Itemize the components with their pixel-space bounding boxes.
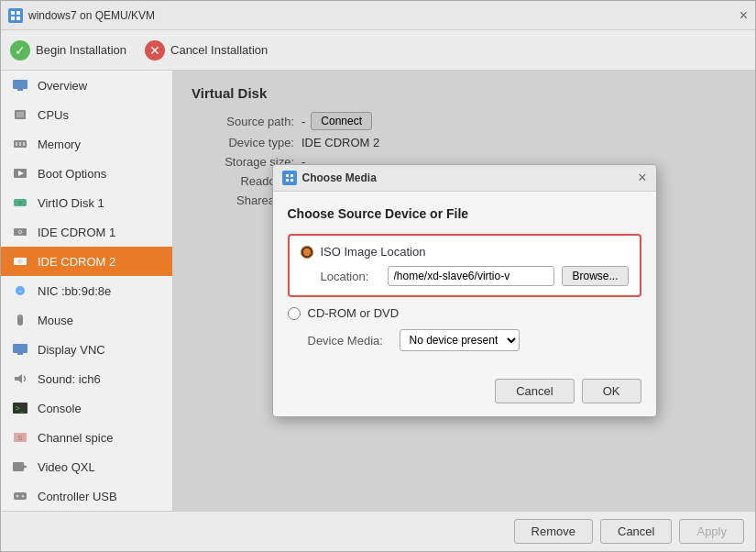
display-icon [10,339,30,359]
sidebar-item-cpus[interactable]: CPUs [1,100,172,129]
svg-rect-5 [17,89,23,91]
cancel-installation-button[interactable]: ✕ Cancel Installation [145,40,268,61]
sidebar-item-memory[interactable]: Memory [1,129,172,159]
memory-icon [10,134,30,154]
sidebar-item-label: Console [38,402,82,415]
location-input[interactable] [388,266,555,286]
sidebar-item-ide-cdrom-2[interactable]: IDE CDROM 2 [1,247,172,276]
sidebar-item-ide-cdrom-1[interactable]: IDE CDROM 1 [1,217,172,247]
svg-marker-28 [15,374,22,383]
dialog-ok-button[interactable]: OK [582,379,641,403]
device-media-label: Device Media: [308,334,390,348]
sidebar-items: Overview CPUs Memory [1,71,172,511]
begin-installation-button[interactable]: ✓ Begin Installation [10,40,126,61]
cdrom-icon [10,222,30,242]
sidebar-item-label: Boot Options [38,167,106,181]
svg-rect-44 [286,179,289,182]
window-title: windows7 on QEMU/KVM [28,9,155,22]
app-icon [8,8,23,23]
iso-option-box: ISO Image Location Location: Browse... [288,234,641,297]
cancel-button[interactable]: Cancel [600,519,672,544]
sidebar-item-controller-usb[interactable]: Controller USB [1,481,172,511]
sidebar-item-label: Memory [38,138,81,151]
sidebar-item-console[interactable]: >_ Console [1,393,172,423]
cdrom-radio-button[interactable] [288,307,301,320]
svg-text:>_: >_ [16,404,25,413]
main-window: windows7 on QEMU/KVM × ✓ Begin Installat… [0,0,756,552]
modal-backdrop: Choose Media × Choose Source Device or F… [173,71,755,511]
svg-rect-33 [13,462,24,471]
svg-rect-26 [13,344,27,353]
choose-media-dialog: Choose Media × Choose Source Device or F… [272,164,657,417]
dialog-cancel-button[interactable]: Cancel [495,379,574,403]
browse-button[interactable]: Browse... [562,266,628,286]
location-label: Location: [321,270,380,283]
sidebar-item-label: IDE CDROM 2 [38,255,115,269]
sidebar-item-label: Display VNC [38,343,105,357]
sidebar-item-label: Controller USB [38,490,117,503]
sidebar-item-nic[interactable]: ≈ NIC :bb:9d:8e [1,276,172,305]
sidebar-item-channel-spice[interactable]: S Channel spice [1,423,172,452]
window-close-button[interactable]: × [740,8,748,23]
boot-icon [10,163,30,183]
main-panel: Virtual Disk Source path: - Connect Devi… [173,71,755,511]
cdrom-radio-label: CD-ROM or DVD [308,306,400,320]
title-bar-left: windows7 on QEMU/KVM [8,8,155,23]
cpu-icon [10,105,30,125]
svg-point-18 [19,231,21,233]
cancel-installation-label: Cancel Installation [170,43,268,57]
svg-point-36 [16,495,19,498]
device-media-select[interactable]: No device present [400,329,520,351]
sidebar-item-video-qxl[interactable]: Video QXL [1,452,172,481]
console-icon: >_ [10,398,30,418]
cancel-icon: ✕ [145,40,165,61]
dialog-body: Choose Source Device or File ISO Image L… [273,192,656,370]
disk-icon [10,193,30,213]
iso-radio-label: ISO Image Location [321,245,426,259]
svg-rect-27 [17,353,23,355]
nic-icon: ≈ [10,281,30,301]
cdrom2-icon [10,251,30,271]
remove-button[interactable]: Remove [514,519,593,544]
toolbar: ✓ Begin Installation ✕ Cancel Installati… [1,30,755,71]
svg-rect-10 [19,142,21,146]
sidebar-item-boot-options[interactable]: Boot Options [1,159,172,188]
sidebar-item-display-vnc[interactable]: Display VNC [1,335,172,364]
svg-rect-7 [16,112,24,117]
controller-icon [10,486,30,506]
svg-rect-45 [290,179,293,182]
sidebar: Overview CPUs Memory [1,71,173,511]
monitor-icon [10,75,30,95]
sidebar-item-sound[interactable]: Sound: ich6 [1,364,172,393]
svg-rect-1 [16,11,20,15]
check-icon: ✓ [10,40,30,61]
apply-button[interactable]: Apply [679,519,744,544]
sound-icon [10,369,30,389]
sidebar-item-label: Mouse [38,314,73,327]
begin-installation-label: Begin Installation [36,43,126,57]
bottom-bar: Remove Cancel Apply [1,511,755,551]
dialog-footer: Cancel OK [273,370,656,416]
title-bar: windows7 on QEMU/KVM × [1,1,755,30]
svg-rect-4 [13,80,27,89]
sidebar-item-virtio-disk[interactable]: VirtIO Disk 1 [1,188,172,217]
location-row: Location: Browse... [321,266,629,286]
sidebar-item-label: Sound: ich6 [38,372,101,386]
sidebar-item-label: Video QXL [38,460,95,474]
dialog-app-icon [282,171,297,185]
device-media-row: Device Media: No device present [308,329,641,351]
dialog-title-text: Choose Media [302,171,377,184]
sidebar-item-label: Channel spice [38,431,113,445]
dialog-close-button[interactable]: × [638,171,646,185]
video-icon [10,457,30,477]
mouse-icon [10,310,30,330]
sidebar-item-label: VirtIO Disk 1 [38,196,104,210]
sidebar-item-label: NIC :bb:9d:8e [38,284,111,298]
iso-radio-button[interactable] [301,246,313,259]
sidebar-item-overview[interactable]: Overview [1,71,172,100]
svg-point-21 [19,260,21,262]
cdrom-option-row: CD-ROM or DVD [288,306,641,320]
sidebar-item-mouse[interactable]: Mouse [1,305,172,335]
sidebar-item-label: CPUs [38,108,69,122]
svg-text:S: S [17,434,22,442]
